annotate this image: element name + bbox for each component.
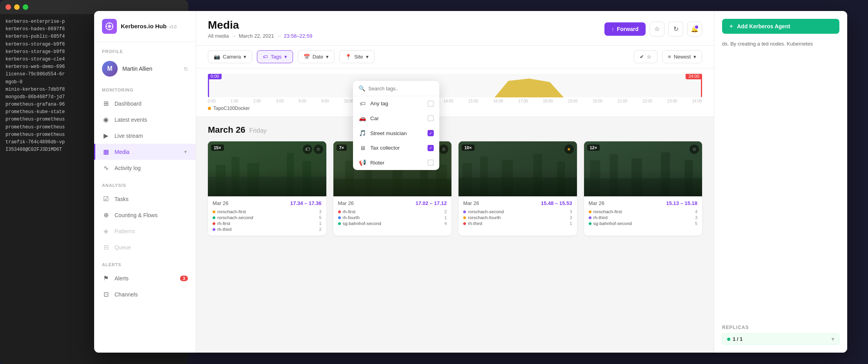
media-time: 17.34 – 17.36 — [290, 200, 322, 206]
site-filter-label: Site — [354, 54, 363, 60]
sidebar-item-live-stream[interactable]: ▶ Live stream — [94, 128, 196, 144]
refresh-button[interactable]: ↻ — [668, 22, 683, 37]
media-date-row: Mar 26 17.34 – 17.36 — [213, 200, 322, 206]
tag-dot — [338, 222, 341, 225]
sidebar-item-label: Live stream — [115, 133, 188, 139]
rioter-checkbox[interactable] — [428, 159, 434, 166]
media-date-row: Mar 26 15.13 – 15.18 — [589, 200, 698, 206]
date-filter-label: Date — [313, 54, 323, 60]
thumbnail-image — [584, 141, 702, 196]
add-agent-button[interactable]: ＋ Add Kerberos Agent — [722, 19, 839, 34]
star-thumb-icon[interactable]: ☆ — [690, 145, 699, 154]
terminal-minimize-btn[interactable] — [14, 4, 20, 10]
logo-icon — [102, 19, 117, 34]
media-tag-name: rh-third — [213, 227, 319, 232]
avatar: M — [102, 61, 118, 77]
tax-collector-checkbox[interactable]: ✓ — [428, 145, 434, 151]
star-thumb-icon[interactable]: ☆ — [314, 145, 323, 154]
bell-icon: 🔔 — [691, 25, 699, 33]
camera-chevron-icon: ▾ — [244, 54, 246, 60]
timeline-ticks: 0:00 1:00 2:00 3:00 8:00 9:00 10:00 11:0… — [208, 97, 702, 103]
star-button[interactable]: ☆ — [650, 22, 664, 37]
svg-rect-22 — [459, 177, 577, 196]
alerts-badge: 3 — [180, 276, 188, 281]
media-tag-name: rorschach-second — [213, 215, 319, 220]
newest-filter[interactable]: ≡ Newest ▾ — [662, 50, 702, 63]
media-tag-row: rh-third 1 — [463, 221, 572, 226]
right-panel: ＋ Add Kerberos Agent ds. By creating a t… — [714, 11, 847, 353]
media-card[interactable]: 10× ★ Mar 26 15.48 – 15.53 — [459, 141, 577, 236]
street-musician-checkbox[interactable]: ✓ — [428, 130, 434, 136]
tags-filter[interactable]: 🏷 Tags ▾ — [257, 50, 293, 63]
media-tag-count: 4 — [695, 209, 697, 214]
tag-dot — [213, 228, 215, 231]
camera-filter[interactable]: 📷 Camera ▾ — [208, 50, 252, 63]
sidebar-item-label: Channels — [115, 291, 188, 298]
any-tag-icon: 🏷 — [358, 100, 366, 107]
dropdown-item-street-musician[interactable]: 🎵 Street musician ✓ — [353, 126, 439, 141]
media-card[interactable]: 12× ☆ Mar 26 15.13 – 15.18 — [584, 141, 702, 236]
sidebar-item-alerts[interactable]: ⚑ Alerts 3 — [94, 270, 196, 286]
sidebar-item-activity-log[interactable]: ∿ Activity log — [94, 160, 196, 176]
user-name: Martin Allien — [122, 66, 179, 72]
forward-button[interactable]: ↑ Forward — [604, 22, 646, 36]
terminal-close-btn[interactable] — [5, 4, 11, 10]
sidebar-item-dashboard[interactable]: ⊞ Dashboard — [94, 95, 196, 112]
svg-rect-23 — [584, 141, 702, 196]
filter-bar: 📷 Camera ▾ 🏷 Tags ▾ 📅 Date ▾ 📍 Site ▾ ✔ — [196, 46, 714, 68]
media-time: 15.13 – 15.18 — [666, 200, 697, 206]
media-badge-actions: 🏷 ☆ — [303, 145, 323, 154]
media-icon: ▦ — [102, 148, 110, 155]
dropdown-item-any-tag[interactable]: 🏷 Any tag — [353, 96, 439, 111]
location-icon: 📍 — [345, 54, 351, 60]
replicas-chevron-icon[interactable]: ▾ — [832, 336, 834, 342]
live-stream-icon: ▶ — [102, 132, 110, 139]
logout-icon[interactable]: ⎋ — [184, 65, 188, 72]
svg-rect-21 — [557, 162, 565, 196]
media-info: Mar 26 17.34 – 17.36 rorschach-first 3 — [208, 196, 326, 236]
media-card[interactable]: 15× 🏷 ☆ Mar 26 17.34 – 17.36 — [208, 141, 326, 236]
sidebar-item-counting-flows[interactable]: ⊕ Counting & Flows — [94, 207, 196, 223]
tags-search-input[interactable] — [368, 86, 434, 91]
notification-button[interactable]: 🔔 — [687, 22, 702, 37]
tag-dot — [589, 222, 591, 225]
media-tags: rorschach-second 3 rorschach-fourth 3 — [463, 209, 572, 226]
dropdown-item-car[interactable]: 🚗 Car — [353, 111, 439, 126]
car-checkbox[interactable] — [428, 115, 434, 121]
terminal-maximize-btn[interactable] — [23, 4, 28, 10]
dropdown-item-tax-collector[interactable]: 🖥 Tax collector ✓ — [353, 141, 439, 155]
sidebar-item-latest-events[interactable]: ◉ Latest events — [94, 112, 196, 128]
replicas-label: REPLICAS — [722, 325, 839, 330]
tag-dot — [338, 216, 341, 219]
dropdown-item-rioter[interactable]: 📢 Rioter — [353, 155, 439, 170]
media-badge-actions: ☆ — [690, 145, 699, 154]
media-tag-name: rorschach-first — [589, 209, 695, 214]
any-tag-checkbox[interactable] — [428, 101, 434, 107]
forward-label: Forward — [617, 26, 639, 32]
media-tag-count: 5 — [319, 215, 321, 220]
alerts-section-label: ALERTS — [94, 255, 196, 270]
sidebar-item-tasks[interactable]: ☑ Tasks — [94, 191, 196, 207]
sidebar-item-media[interactable]: ▦ Media ▼ — [94, 144, 196, 160]
svg-rect-28 — [684, 160, 693, 196]
sidebar-item-channels[interactable]: ⊡ Channels — [94, 286, 196, 302]
replicas-section: REPLICAS 1 / 1 ▾ — [722, 325, 839, 345]
media-tag-row: rorschach-first 3 — [213, 209, 322, 214]
media-tag-row: rh-first 2 — [338, 209, 447, 214]
activity-log-icon: ∿ — [102, 164, 110, 172]
site-filter[interactable]: 📍 Site ▾ — [339, 50, 374, 63]
media-badge-multiplier: 12× — [587, 145, 600, 151]
sidebar-item-label: Tasks — [115, 196, 188, 202]
svg-rect-29 — [584, 178, 702, 196]
sidebar-logo: Kerberos.io Hub v3.0 — [94, 11, 196, 42]
media-tags: rorschach-first 4 rh-third 3 — [589, 209, 698, 226]
svg-rect-18 — [480, 156, 488, 196]
star-filter[interactable]: ✔ ☆ — [634, 50, 657, 63]
breadcrumb-sep: → — [231, 33, 236, 39]
tag-icon[interactable]: 🏷 — [303, 145, 312, 154]
star-thumb-icon[interactable]: ★ — [564, 145, 574, 154]
media-tag-row: rorschach-second 3 — [463, 209, 572, 214]
star-thumb-icon[interactable]: ☆ — [439, 145, 448, 154]
date-filter[interactable]: 📅 Date ▾ — [298, 50, 335, 63]
timeline-bar[interactable]: 0:00 24:00 — [208, 74, 702, 97]
